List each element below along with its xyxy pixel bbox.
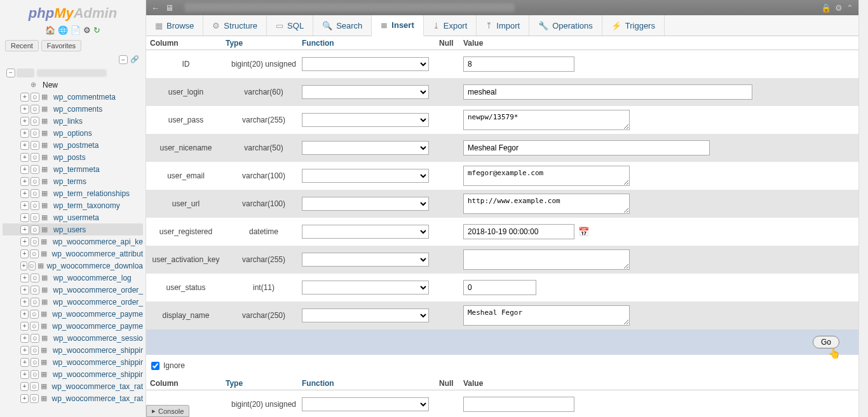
- tree-target-icon[interactable]: ⊙: [31, 189, 39, 198]
- ignore-checkbox[interactable]: [151, 362, 159, 370]
- tree-expand-icon[interactable]: +: [20, 237, 29, 246]
- tree-target-icon[interactable]: ⊙: [31, 201, 39, 210]
- tree-expand-icon[interactable]: +: [20, 382, 29, 391]
- tree-target-icon[interactable]: ⊙: [31, 141, 39, 150]
- tree-expand-icon[interactable]: +: [20, 286, 29, 295]
- tree-expand-icon[interactable]: +: [20, 141, 29, 150]
- link-icon[interactable]: 🔗: [130, 55, 139, 64]
- tree-expand-icon[interactable]: +: [20, 358, 29, 367]
- tree-expand-icon[interactable]: +: [20, 274, 29, 282]
- tree-expand-icon[interactable]: +: [20, 177, 29, 186]
- tree-table-node[interactable]: +⊙▦wp_usermeta: [3, 211, 143, 223]
- tree-target-icon[interactable]: ⊙: [31, 274, 39, 282]
- function-select[interactable]: [302, 253, 429, 267]
- tree-table-label[interactable]: wp_postmeta: [53, 141, 98, 150]
- tree-expand-icon[interactable]: +: [20, 334, 29, 343]
- tree-expand-icon[interactable]: +: [20, 105, 29, 114]
- tree-table-label[interactable]: wp_termmeta: [53, 165, 100, 174]
- lock-icon[interactable]: 🔒: [821, 3, 831, 13]
- tree-expand-icon[interactable]: +: [20, 117, 29, 126]
- collapse-minus-icon[interactable]: −: [119, 55, 128, 64]
- tree-target-icon[interactable]: ⊙: [30, 394, 38, 403]
- tree-target-icon[interactable]: ⊙: [31, 153, 39, 162]
- tree-table-label[interactable]: wp_woocommerce_tax_rat: [52, 394, 143, 403]
- tree-table-node[interactable]: +⊙▦wp_woocommerce_sessio: [3, 332, 143, 344]
- tree-table-label[interactable]: wp_links: [53, 117, 83, 126]
- tree-table-node[interactable]: +⊙▦wp_woocommerce_api_ke: [3, 235, 143, 248]
- tree-new-node[interactable]: ⊕ New: [3, 79, 143, 91]
- tree-table-node[interactable]: +⊙▦wp_woocommerce_order_: [3, 284, 143, 296]
- collapse-up-icon[interactable]: ⌃: [846, 3, 853, 13]
- tree-table-label[interactable]: wp_terms: [53, 177, 86, 186]
- tree-target-icon[interactable]: ⊙: [31, 129, 39, 138]
- function-select[interactable]: [302, 57, 429, 71]
- tree-target-icon[interactable]: ⊙: [31, 213, 39, 222]
- tree-target-icon[interactable]: ⊙: [31, 117, 39, 126]
- value-input[interactable]: [463, 56, 574, 72]
- value-input[interactable]: [463, 280, 536, 295]
- function-select[interactable]: [302, 225, 429, 239]
- function-select[interactable]: [302, 169, 429, 183]
- tab-search[interactable]: 🔍Search: [313, 15, 372, 36]
- tree-table-node[interactable]: +⊙▦wp_woocommerce_tax_rat: [3, 380, 143, 392]
- tab-insert[interactable]: ≣Insert: [372, 15, 423, 36]
- tree-db-label[interactable]: [37, 69, 107, 77]
- tree-table-label[interactable]: wp_woocommerce_sessio: [53, 334, 143, 343]
- function-select[interactable]: [302, 141, 429, 155]
- tree-table-node[interactable]: +⊙▦wp_term_taxonomy: [3, 199, 143, 211]
- server-icon[interactable]: 🖥: [165, 3, 174, 12]
- tree-table-node[interactable]: +⊙▦wp_links: [3, 115, 143, 127]
- tree-table-label[interactable]: wp_woocommerce_shippir: [53, 370, 143, 379]
- tree-target-icon[interactable]: ⊙: [29, 261, 36, 270]
- tree-expand-icon[interactable]: +: [20, 370, 29, 379]
- tree-target-icon[interactable]: ⊙: [31, 105, 39, 114]
- tree-table-label[interactable]: wp_comments: [53, 105, 102, 114]
- tree-expand-icon[interactable]: +: [20, 153, 29, 162]
- tree-expand-icon[interactable]: +: [20, 346, 29, 355]
- tree-target-icon[interactable]: ⊙: [31, 298, 39, 307]
- tree-expand-icon[interactable]: +: [20, 225, 29, 234]
- tree-expand-icon[interactable]: +: [20, 249, 29, 258]
- tree-table-node[interactable]: +⊙▦wp_terms: [3, 175, 143, 187]
- doc-icon[interactable]: 📄: [71, 25, 81, 35]
- tree-table-label[interactable]: wp_woocommerce_attribut: [52, 249, 143, 258]
- tab-structure[interactable]: ⚙Structure: [203, 15, 267, 36]
- tree-expand-icon[interactable]: +: [20, 129, 29, 138]
- tree-table-label[interactable]: wp_woocommerce_order_: [53, 298, 143, 307]
- tree-table-node[interactable]: +⊙▦wp_woocommerce_order_: [3, 296, 143, 308]
- tree-table-node[interactable]: +⊙▦wp_termmeta: [3, 163, 143, 175]
- tree-db-node[interactable]: −: [3, 67, 143, 79]
- tree-table-node[interactable]: +⊙▦wp_woocommerce_shippir: [3, 368, 143, 380]
- value-textarea[interactable]: http://www.example.com: [463, 194, 630, 214]
- function-select[interactable]: [302, 85, 429, 99]
- tree-table-label[interactable]: wp_woocommerce_shippir: [53, 358, 143, 367]
- tree-table-label[interactable]: wp_term_relationships: [53, 189, 130, 198]
- tree-table-node[interactable]: +⊙▦wp_woocommerce_payme: [3, 308, 143, 320]
- value-textarea[interactable]: mfegor@example.com: [463, 166, 630, 186]
- tree-table-node[interactable]: +⊙▦wp_woocommerce_downloa: [3, 260, 143, 272]
- tree-table-label[interactable]: wp_woocommerce_payme: [52, 322, 143, 331]
- row2-value-input[interactable]: [463, 397, 574, 412]
- tree-target-icon[interactable]: ⊙: [30, 249, 38, 258]
- recent-tab[interactable]: Recent: [5, 40, 39, 51]
- refresh-icon[interactable]: ↻: [93, 25, 100, 35]
- nav-left-icon[interactable]: ←: [151, 3, 160, 12]
- tree-target-icon[interactable]: ⊙: [31, 177, 39, 186]
- tab-import[interactable]: ⤒Import: [477, 15, 529, 36]
- tree-expand-icon[interactable]: +: [20, 165, 29, 174]
- hdr2-type[interactable]: Type: [226, 379, 302, 388]
- console-toggle[interactable]: ▸ Console: [146, 405, 189, 417]
- tree-table-node[interactable]: +⊙▦wp_users: [3, 223, 143, 235]
- home-icon[interactable]: 🏠: [45, 25, 55, 35]
- tree-table-label[interactable]: wp_usermeta: [53, 213, 99, 222]
- tree-table-node[interactable]: +⊙▦wp_woocommerce_payme: [3, 320, 143, 332]
- tree-table-label[interactable]: wp_woocommerce_order_: [53, 286, 143, 295]
- tree-table-node[interactable]: +⊙▦wp_woocommerce_shippir: [3, 344, 143, 356]
- tree-expand-icon[interactable]: +: [20, 213, 29, 222]
- tree-target-icon[interactable]: ⊙: [31, 334, 39, 343]
- tree-table-node[interactable]: +⊙▦wp_comments: [3, 103, 143, 115]
- tree-table-node[interactable]: +⊙▦wp_woocommerce_log: [3, 272, 143, 284]
- value-textarea[interactable]: newpw/13579*: [463, 110, 630, 130]
- tree-table-label[interactable]: wp_users: [53, 225, 86, 234]
- tab-browse[interactable]: ▦Browse: [146, 15, 203, 36]
